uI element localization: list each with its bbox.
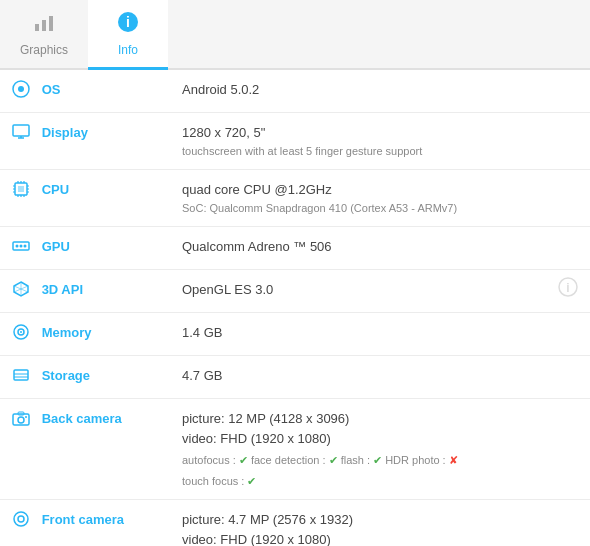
- tab-graphics[interactable]: Graphics: [0, 0, 88, 70]
- svg-rect-2: [49, 16, 53, 31]
- row-3dapi: 3D API OpenGL ES 3.0 i: [0, 270, 590, 313]
- 3dapi-value: OpenGL ES 3.0 i: [170, 270, 590, 313]
- gpu-value: Qualcomm Adreno ™ 506: [170, 227, 590, 270]
- gpu-label: GPU: [42, 239, 70, 254]
- svg-point-6: [18, 86, 24, 92]
- svg-rect-7: [13, 125, 29, 136]
- back-camera-label: Back camera: [42, 411, 122, 426]
- svg-point-25: [16, 245, 19, 248]
- svg-point-27: [24, 245, 27, 248]
- storage-value: 4.7 GB: [170, 356, 590, 399]
- cpu-label: CPU: [42, 182, 69, 197]
- memory-label: Memory: [42, 325, 92, 340]
- cpu-value: quad core CPU @1.2GHz SoC: Qualcomm Snap…: [170, 170, 590, 227]
- info-icon-tab: i: [116, 10, 140, 40]
- graphics-icon: [32, 10, 56, 40]
- display-icon: [12, 123, 30, 145]
- svg-text:i: i: [566, 281, 569, 295]
- storage-label: Storage: [42, 368, 90, 383]
- svg-rect-1: [42, 20, 46, 31]
- tab-info[interactable]: i Info: [88, 0, 168, 70]
- svg-point-41: [18, 417, 24, 423]
- storage-icon: [12, 366, 30, 388]
- memory-icon: [12, 323, 30, 345]
- svg-point-36: [20, 331, 22, 333]
- svg-rect-11: [18, 186, 24, 192]
- os-label: OS: [42, 82, 61, 97]
- front-camera-icon: [12, 510, 30, 532]
- memory-value: 1.4 GB: [170, 313, 590, 356]
- os-value: Android 5.0.2: [170, 70, 590, 113]
- opengl-info-icon[interactable]: i: [558, 277, 578, 305]
- info-table: OS Android 5.0.2 Display 1280 x 720, 5" …: [0, 70, 590, 546]
- row-memory: Memory 1.4 GB: [0, 313, 590, 356]
- tab-graphics-label: Graphics: [20, 43, 68, 57]
- svg-point-26: [20, 245, 23, 248]
- os-icon: [12, 80, 30, 102]
- svg-point-45: [18, 516, 24, 522]
- row-os: OS Android 5.0.2: [0, 70, 590, 113]
- gpu-icon: [12, 237, 30, 259]
- svg-point-43: [25, 416, 27, 418]
- 3dapi-label: 3D API: [42, 282, 83, 297]
- display-value: 1280 x 720, 5" touchscreen with at least…: [170, 113, 590, 170]
- svg-text:i: i: [126, 14, 130, 30]
- tab-bar: Graphics i Info: [0, 0, 590, 70]
- row-back-camera: Back camera picture: 12 MP (4128 x 3096)…: [0, 399, 590, 500]
- svg-rect-0: [35, 24, 39, 31]
- front-camera-value: picture: 4.7 MP (2576 x 1932) video: FHD…: [170, 500, 590, 547]
- svg-point-44: [14, 512, 28, 526]
- row-storage: Storage 4.7 GB: [0, 356, 590, 399]
- svg-rect-37: [14, 370, 28, 380]
- back-camera-icon: [12, 409, 30, 431]
- back-camera-value: picture: 12 MP (4128 x 3096) video: FHD …: [170, 399, 590, 500]
- display-label: Display: [42, 125, 88, 140]
- row-display: Display 1280 x 720, 5" touchscreen with …: [0, 113, 590, 170]
- front-camera-label: Front camera: [42, 512, 124, 527]
- row-cpu: CPU quad core CPU @1.2GHz SoC: Qualcomm …: [0, 170, 590, 227]
- 3dapi-icon: [12, 280, 30, 302]
- row-front-camera: Front camera picture: 4.7 MP (2576 x 193…: [0, 500, 590, 547]
- tab-info-label: Info: [118, 43, 138, 57]
- cpu-icon: [12, 180, 30, 202]
- row-gpu: GPU Qualcomm Adreno ™ 506: [0, 227, 590, 270]
